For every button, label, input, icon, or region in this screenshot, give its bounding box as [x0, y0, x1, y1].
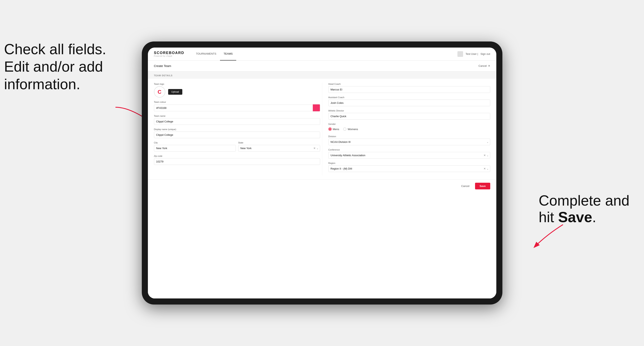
team-colour-field: Team colour	[154, 101, 320, 112]
team-logo-circle: C	[154, 86, 165, 98]
form-header: Create Team Cancel ✕	[148, 60, 496, 71]
gender-label: Gender	[328, 123, 490, 125]
head-coach-input[interactable]	[328, 86, 490, 93]
main-content: Create Team Cancel ✕ TEAM DETAILS Team l…	[148, 60, 496, 299]
upload-button[interactable]: Upload	[168, 89, 182, 95]
form-body: Team logo C Upload Team colour	[148, 79, 496, 179]
zip-input[interactable]	[154, 158, 320, 165]
division-label: Division	[328, 135, 490, 138]
annotation-line-2: Edit and/or add	[4, 58, 103, 75]
form-container: Create Team Cancel ✕ TEAM DETAILS Team l…	[148, 60, 496, 299]
annotation-period: .	[592, 209, 596, 225]
annotation-save-bold: Save	[558, 209, 592, 225]
conference-select[interactable]: University Athletic Association	[328, 152, 490, 159]
gender-womens-label[interactable]: Womens	[343, 128, 358, 131]
nav-right: Test User | Sign out	[458, 51, 490, 57]
cancel-x-button[interactable]: Cancel ✕	[478, 64, 490, 67]
zip-label: Zip code	[154, 155, 320, 157]
conference-field: Conference University Athletic Associati…	[328, 149, 490, 159]
assistant-coach-input[interactable]	[328, 100, 490, 106]
signout-link[interactable]: Sign out	[480, 52, 490, 55]
display-name-input[interactable]	[154, 132, 320, 138]
brand-subtitle: Powered by clippd	[154, 55, 184, 57]
assistant-coach-label: Assistant Coach	[328, 96, 490, 99]
form-footer: Cancel Save	[148, 179, 496, 193]
annotation-line-5: hit	[539, 209, 558, 225]
nav-links: TOURNAMENTS TEAMS	[192, 47, 458, 60]
state-select[interactable]: New York	[238, 145, 320, 152]
team-name-label: Team name	[154, 115, 320, 117]
gender-mens-text: Mens	[333, 128, 339, 131]
form-title: Create Team	[154, 64, 172, 68]
division-select-wrapper: NCAA Division III ⌄	[328, 139, 490, 145]
section-label: TEAM DETAILS	[148, 71, 496, 79]
athletic-director-label: Athletic Director	[328, 109, 490, 112]
nav-tournaments[interactable]: TOURNAMENTS	[192, 47, 220, 60]
team-logo-field: Team logo C Upload	[154, 83, 320, 98]
city-label: City	[154, 142, 236, 144]
city-input[interactable]	[154, 145, 236, 152]
conference-clear-icon[interactable]: ✕	[484, 154, 486, 157]
annotation-line-3: information.	[4, 76, 80, 92]
conference-label: Conference	[328, 149, 490, 151]
team-logo-label: Team logo	[154, 83, 320, 85]
form-right-column: Head Coach Assistant Coach Athletic Dire…	[322, 83, 490, 175]
state-select-wrapper: New York ✕ ⌄	[238, 145, 320, 152]
division-select[interactable]: NCAA Division III	[328, 139, 490, 145]
region-clear-icon[interactable]: ✕	[484, 167, 486, 170]
brand-logo: SCOREBOARD Powered by clippd	[154, 51, 184, 57]
region-label: Region	[328, 162, 490, 164]
annotation-line-1: Check all fields.	[4, 41, 106, 57]
close-icon: ✕	[488, 64, 490, 67]
region-select-wrapper: Region II - (M) DIII ✕ ⌄	[328, 165, 490, 172]
assistant-coach-field: Assistant Coach	[328, 96, 490, 106]
gender-womens-radio[interactable]	[343, 128, 346, 131]
gender-womens-text: Womens	[348, 128, 358, 131]
state-subfield: State New York ✕ ⌄	[238, 142, 320, 152]
brand-title: SCOREBOARD	[154, 51, 184, 55]
state-label: State	[238, 142, 320, 144]
gender-radio-group: Mens Womens	[328, 126, 490, 132]
user-avatar	[458, 51, 463, 57]
cancel-label: Cancel	[478, 64, 486, 67]
city-state-row: City State New York	[154, 142, 320, 152]
team-colour-label: Team colour	[154, 101, 320, 103]
athletic-director-input[interactable]	[328, 113, 490, 120]
left-annotation: Check all fields. Edit and/or add inform…	[4, 40, 122, 93]
gender-mens-radio[interactable]	[328, 128, 332, 131]
color-row	[154, 104, 320, 112]
head-coach-label: Head Coach	[328, 83, 490, 85]
state-clear-icon[interactable]: ✕	[314, 147, 316, 150]
division-field: Division NCAA Division III ⌄	[328, 135, 490, 145]
tablet-frame: SCOREBOARD Powered by clippd TOURNAMENTS…	[142, 41, 502, 305]
right-annotation: Complete and hit Save.	[539, 192, 640, 225]
region-select[interactable]: Region II - (M) DIII	[328, 165, 490, 172]
gender-mens-label[interactable]: Mens	[328, 128, 339, 131]
team-name-input[interactable]	[154, 118, 320, 125]
cancel-button[interactable]: Cancel	[458, 183, 472, 189]
region-field: Region Region II - (M) DIII ✕ ⌄	[328, 162, 490, 172]
save-button[interactable]: Save	[475, 183, 490, 189]
tablet-screen: SCOREBOARD Powered by clippd TOURNAMENTS…	[148, 47, 496, 299]
team-name-field: Team name	[154, 115, 320, 125]
annotation-line-4: Complete and	[539, 192, 630, 209]
user-name: Test User |	[466, 52, 478, 55]
logo-letter: C	[158, 89, 162, 95]
top-navigation: SCOREBOARD Powered by clippd TOURNAMENTS…	[148, 47, 496, 60]
display-name-label: Display name (unique)	[154, 128, 320, 131]
nav-teams[interactable]: TEAMS	[220, 47, 236, 60]
form-left-column: Team logo C Upload Team colour	[154, 83, 322, 175]
display-name-field: Display name (unique)	[154, 128, 320, 138]
city-state-field: City State New York	[154, 142, 320, 152]
team-colour-input[interactable]	[154, 105, 313, 111]
color-swatch[interactable]	[313, 104, 320, 112]
right-arrow-icon	[522, 223, 567, 251]
gender-field: Gender Mens Womens	[328, 123, 490, 132]
athletic-director-field: Athletic Director	[328, 109, 490, 120]
logo-area: C Upload	[154, 86, 320, 98]
zip-field: Zip code	[154, 155, 320, 165]
conference-select-wrapper: University Athletic Association ✕ ⌄	[328, 152, 490, 159]
head-coach-field: Head Coach	[328, 83, 490, 93]
city-subfield: City	[154, 142, 236, 152]
